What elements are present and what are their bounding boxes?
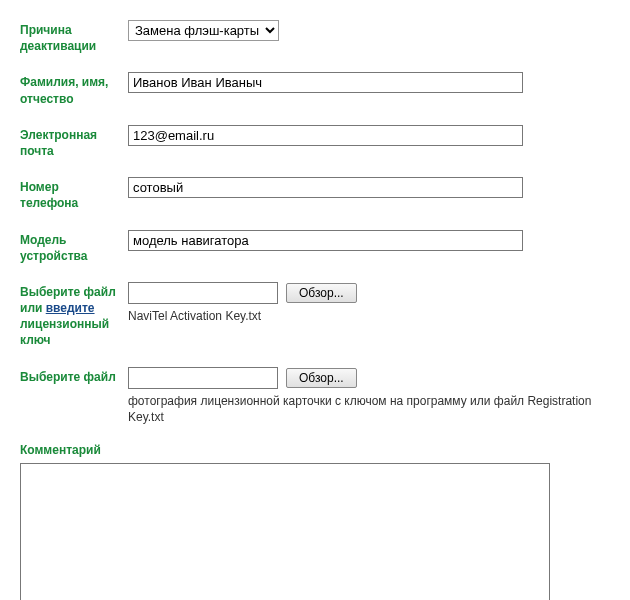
file2-browse-button[interactable]: Обзор... bbox=[286, 368, 357, 388]
file2-path-input[interactable] bbox=[128, 367, 278, 389]
file2-hint: фотография лицензионной карточки с ключо… bbox=[128, 393, 610, 425]
device-label: Модель устройства bbox=[20, 230, 120, 264]
file1-label-part2: лицензионный ключ bbox=[20, 317, 109, 347]
file1-hint: NaviTel Activation Key.txt bbox=[128, 308, 610, 324]
file2-label: Выберите файл bbox=[20, 367, 120, 385]
email-label: Электронная почта bbox=[20, 125, 120, 159]
file1-label-or: или bbox=[20, 301, 46, 315]
phone-input[interactable] bbox=[128, 177, 523, 198]
name-input[interactable] bbox=[128, 72, 523, 93]
file1-path-input[interactable] bbox=[128, 282, 278, 304]
file1-label: Выберите файл или введите лицензионный к… bbox=[20, 282, 120, 349]
phone-label: Номер телефона bbox=[20, 177, 120, 211]
comment-label: Комментарий bbox=[20, 443, 610, 457]
enter-link[interactable]: введите bbox=[46, 301, 95, 315]
file1-browse-button[interactable]: Обзор... bbox=[286, 283, 357, 303]
name-label: Фамилия, имя, отчество bbox=[20, 72, 120, 106]
comment-textarea[interactable] bbox=[20, 463, 550, 600]
file1-label-part1: Выберите файл bbox=[20, 285, 116, 299]
device-input[interactable] bbox=[128, 230, 523, 251]
reason-label: Причина деактивации bbox=[20, 20, 120, 54]
reason-select[interactable]: Замена флэш-карты bbox=[128, 20, 279, 41]
email-input[interactable] bbox=[128, 125, 523, 146]
